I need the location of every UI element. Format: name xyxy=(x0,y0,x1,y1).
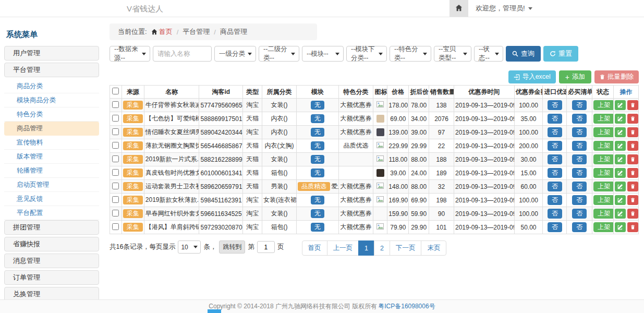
must-buy-toggle[interactable]: 否 xyxy=(572,195,587,205)
module-sub-category-select[interactable]: --模块下分类-- xyxy=(346,46,387,62)
page-button[interactable]: 下一页 xyxy=(390,240,422,256)
must-buy-toggle[interactable]: 否 xyxy=(572,114,587,124)
sidebar-item[interactable]: 省赚快报 xyxy=(4,237,99,251)
delete-button[interactable] xyxy=(627,114,638,124)
status-button[interactable]: 上架 xyxy=(593,127,613,137)
search-button[interactable]: 查询 xyxy=(506,46,541,62)
sidebar-item[interactable]: 模块商品分类 xyxy=(4,93,99,107)
page-number-input[interactable] xyxy=(257,241,275,253)
import-select-toggle[interactable]: 否 xyxy=(548,168,562,178)
status-button[interactable]: 上架 xyxy=(593,100,613,110)
sidebar-item[interactable]: 订单管理 xyxy=(4,270,99,285)
per-page-select[interactable]: 10 xyxy=(178,240,201,254)
must-buy-toggle[interactable]: 否 xyxy=(572,222,587,232)
import-select-toggle[interactable]: 否 xyxy=(548,100,562,110)
edit-button[interactable] xyxy=(615,222,626,232)
status-button[interactable]: 上架 xyxy=(593,182,613,191)
reset-button[interactable]: 重置 xyxy=(543,46,578,62)
page-button[interactable]: 末页 xyxy=(421,240,446,256)
row-checkbox[interactable] xyxy=(112,169,119,176)
row-checkbox[interactable] xyxy=(112,223,119,230)
import-select-toggle[interactable]: 否 xyxy=(548,209,562,219)
must-buy-toggle[interactable]: 否 xyxy=(572,168,587,178)
row-checkbox[interactable] xyxy=(112,183,119,189)
delete-button[interactable] xyxy=(627,195,638,205)
status-select[interactable]: --状态-- xyxy=(474,46,503,62)
row-checkbox[interactable] xyxy=(112,196,119,203)
sidebar-item[interactable]: 平台配置 xyxy=(4,206,99,220)
edit-button[interactable] xyxy=(615,141,626,151)
status-button[interactable]: 上架 xyxy=(593,141,613,151)
sidebar-item[interactable]: 宣传物料 xyxy=(4,136,99,150)
page-button[interactable]: 首页 xyxy=(302,240,327,256)
status-button[interactable]: 上架 xyxy=(593,168,613,178)
name-input[interactable] xyxy=(153,46,212,62)
batch-delete-button[interactable]: 批量删除 xyxy=(594,70,639,83)
module-select[interactable]: --模块-- xyxy=(302,46,344,62)
sidebar-item[interactable]: 消息管理 xyxy=(4,254,99,268)
status-button[interactable]: 上架 xyxy=(593,209,613,219)
edit-button[interactable] xyxy=(615,168,626,178)
icp-link[interactable]: 粤ICP备16098006号 xyxy=(378,302,435,311)
page-button[interactable]: 1 xyxy=(358,240,374,256)
sidebar-item[interactable]: 启动页管理 xyxy=(4,178,99,192)
breadcrumb-home-link[interactable]: 首页 xyxy=(151,27,173,37)
import-excel-button[interactable]: 导入excel xyxy=(508,70,556,83)
feature-category-select[interactable]: --特色分类-- xyxy=(390,46,431,62)
status-button[interactable]: 上架 xyxy=(593,114,613,124)
edit-button[interactable] xyxy=(615,154,626,164)
header-home-button[interactable] xyxy=(449,0,468,17)
data-source-select[interactable]: --数据来源-- xyxy=(110,46,150,62)
delete-button[interactable] xyxy=(627,154,638,164)
edit-button[interactable] xyxy=(615,127,626,137)
must-buy-toggle[interactable]: 否 xyxy=(572,182,587,191)
row-checkbox[interactable] xyxy=(112,210,119,216)
page-button[interactable]: 2 xyxy=(374,240,390,256)
item-type-select[interactable]: --宝贝类型-- xyxy=(434,46,471,62)
status-button[interactable]: 上架 xyxy=(593,154,613,164)
status-button[interactable]: 上架 xyxy=(593,222,613,232)
edit-button[interactable] xyxy=(615,100,626,110)
row-checkbox[interactable] xyxy=(112,155,119,162)
delete-button[interactable] xyxy=(627,127,638,137)
status-button[interactable]: 上架 xyxy=(593,195,613,205)
edit-button[interactable] xyxy=(615,195,626,205)
must-buy-toggle[interactable]: 否 xyxy=(572,127,587,137)
import-select-toggle[interactable]: 否 xyxy=(548,127,562,137)
sidebar-item[interactable]: 商品分类 xyxy=(4,79,99,93)
edit-button[interactable] xyxy=(615,209,626,219)
select-all-checkbox[interactable] xyxy=(112,88,119,94)
sidebar-item[interactable]: 平台管理 xyxy=(4,63,99,77)
row-checkbox[interactable] xyxy=(112,115,119,122)
import-select-toggle[interactable]: 否 xyxy=(548,141,562,151)
row-checkbox[interactable] xyxy=(112,101,119,108)
delete-button[interactable] xyxy=(627,209,638,219)
must-buy-toggle[interactable]: 否 xyxy=(572,100,587,110)
sidebar-item[interactable]: 意见反馈 xyxy=(4,192,99,206)
row-checkbox[interactable] xyxy=(112,128,119,135)
page-button[interactable]: 上一页 xyxy=(327,240,359,256)
delete-button[interactable] xyxy=(627,222,638,232)
must-buy-toggle[interactable]: 否 xyxy=(572,141,587,151)
level1-category-select[interactable]: 一级分类 xyxy=(214,46,256,62)
import-select-toggle[interactable]: 否 xyxy=(548,222,562,232)
edit-button[interactable] xyxy=(615,114,626,124)
edit-button[interactable] xyxy=(615,182,626,191)
must-buy-toggle[interactable]: 否 xyxy=(572,154,587,164)
sidebar-item[interactable]: 轮播管理 xyxy=(4,164,99,178)
delete-button[interactable] xyxy=(627,141,638,151)
add-button[interactable]: + 添加 xyxy=(559,70,591,83)
import-select-toggle[interactable]: 否 xyxy=(548,114,562,124)
jump-button[interactable]: 跳转到 xyxy=(219,240,245,254)
level2-category-select[interactable]: --二级分类-- xyxy=(259,46,299,62)
import-select-toggle[interactable]: 否 xyxy=(548,154,562,164)
delete-button[interactable] xyxy=(627,100,638,110)
import-select-toggle[interactable]: 否 xyxy=(548,195,562,205)
import-select-toggle[interactable]: 否 xyxy=(548,182,562,191)
sidebar-item[interactable]: 拼团管理 xyxy=(4,220,99,235)
delete-button[interactable] xyxy=(627,168,638,178)
sidebar-item[interactable]: 版本管理 xyxy=(4,150,99,164)
sidebar-item[interactable]: 用户管理 xyxy=(4,46,99,61)
sidebar-item[interactable]: 商品管理 xyxy=(4,122,99,136)
user-menu[interactable]: 欢迎您，管理员! xyxy=(468,0,540,17)
